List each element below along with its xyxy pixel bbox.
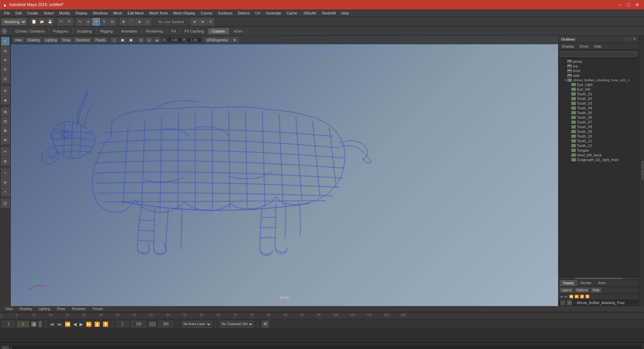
menu-mesh[interactable]: Mesh [110, 10, 125, 16]
coord-x-field[interactable]: 0.00 [167, 37, 182, 43]
minimize-button[interactable]: − [617, 1, 624, 8]
outliner-item-tooth01[interactable]: ⬡ Tooth_01 [558, 92, 639, 96]
transport-play-fwd[interactable]: ▶ [79, 321, 83, 327]
snap-point-button[interactable]: ◈ [136, 18, 143, 26]
maximize-button[interactable]: □ [625, 1, 632, 8]
vp-wireframe-btn[interactable]: ⊡ [138, 38, 144, 43]
select-tool-left[interactable]: ↖ [1, 37, 10, 46]
move-tool-left[interactable]: ✛ [1, 56, 10, 64]
frame-start-field[interactable]: 1 [3, 321, 14, 327]
char-set-select[interactable]: No Character Set [220, 321, 254, 328]
transport-step-fwd[interactable]: ⏫ [94, 321, 100, 327]
outliner-item-tooth07[interactable]: ⬡ Tooth_07 [558, 120, 639, 124]
layer-next-btn[interactable]: ⏩ [575, 295, 579, 298]
snap-curve-button[interactable]: ⌒ [128, 18, 135, 26]
outliner-item-tooth12[interactable]: ⬡ Tooth_12 [558, 143, 639, 148]
outliner-item-root[interactable]: ▼ ⬡ African_Buffalo_Attacking_Pose_ncl1_… [558, 78, 639, 82]
menu-deform[interactable]: Deform [235, 10, 253, 16]
select-tool[interactable]: ↖ [76, 18, 84, 26]
outliner-show-menu[interactable]: Show [577, 44, 591, 49]
outliner-item-persp[interactable]: 📷 persp [558, 59, 639, 64]
vp-show-menu[interactable]: Show [60, 38, 72, 43]
outliner-item-eye-left[interactable]: ⬡ Eye_left [558, 87, 639, 92]
outliner-maximize-btn[interactable]: □ [629, 37, 632, 41]
relax-tool[interactable]: ≈ [1, 187, 10, 196]
outliner-display-menu[interactable]: Display [559, 44, 577, 49]
lasso-tool-left[interactable]: ⊙ [1, 86, 10, 95]
smooth-tool[interactable]: ≋ [1, 178, 10, 187]
menu-edit-mesh[interactable]: Edit Mesh [125, 10, 147, 16]
vp-mode-verts[interactable]: ⬡ [111, 38, 118, 43]
move-tool[interactable]: ✛ [93, 18, 100, 26]
tab-polygons[interactable]: Polygons [49, 28, 72, 34]
anim-layer-select[interactable]: No Anim Layer [182, 321, 212, 328]
vp-mode-edges[interactable]: ⬣ [119, 38, 126, 43]
menu-mesh-tools[interactable]: Mesh Tools [147, 10, 170, 16]
vp-panels-menu[interactable]: Panels [93, 38, 108, 43]
otab-render[interactable]: Render [578, 280, 595, 286]
bridge-tool[interactable]: ⊠ [1, 126, 10, 135]
outliner-options-btn[interactable]: Options [575, 288, 589, 293]
menu-generate[interactable]: Generate [263, 10, 284, 16]
menu-create[interactable]: Create [24, 10, 41, 16]
tab-fx[interactable]: FX [167, 28, 180, 34]
save-scene-button[interactable]: 💾 [46, 18, 54, 26]
extrude-tool[interactable]: ⊞ [1, 107, 10, 116]
outliner-item-tooth02[interactable]: ⬡ Tooth_02 [558, 96, 639, 101]
vp-view-tab[interactable]: View [2, 307, 16, 311]
snap-grid-button[interactable]: ⊞ [120, 18, 127, 26]
outliner-item-tooth11[interactable]: ⬡ Tooth_11 [558, 139, 639, 143]
menu-redshift[interactable]: Redshift [320, 10, 338, 16]
bevel-tool[interactable]: ⊟ [1, 117, 10, 126]
tab-custom[interactable]: Custom [208, 28, 229, 34]
tab-animation[interactable]: Animation [117, 28, 142, 34]
outliner-close-btn[interactable]: ✕ [633, 37, 636, 41]
vp-colorspace-select[interactable]: sRGB gamma [205, 38, 230, 43]
paint-tool-left[interactable]: ◈ [1, 96, 10, 104]
layer-playback-btn[interactable]: P [567, 300, 572, 305]
outliner-help-menu[interactable]: Help [591, 44, 604, 49]
show-manipulator[interactable]: ⊡ [1, 199, 10, 208]
transport-step-back[interactable]: ⏭ [57, 321, 62, 327]
vp-texture-btn[interactable]: ◈ [154, 38, 160, 43]
mode-select[interactable]: Modeling [1, 18, 26, 25]
sculpt-tool[interactable]: ⌁ [1, 168, 10, 177]
layer-prev3-btn[interactable]: ⏪ [569, 295, 573, 298]
otab-anim[interactable]: Anim [595, 280, 609, 286]
tab-curves-surfaces[interactable]: Curves / Surfaces [11, 28, 49, 34]
render-current-button[interactable]: ⊙ [207, 18, 214, 26]
tab-sculpting[interactable]: Sculpting [73, 28, 96, 34]
vp-shading-tab[interactable]: Shading [16, 307, 35, 311]
menu-windows[interactable]: Windows [90, 10, 111, 16]
menu-uv[interactable]: UV [253, 10, 263, 16]
rotate-tool[interactable]: ↻ [101, 18, 108, 26]
tab-xgen[interactable]: XGen [229, 28, 247, 34]
frame-range-start[interactable] [117, 321, 128, 327]
menu-mesh-display[interactable]: Mesh Display [171, 10, 198, 16]
outliner-item-tooth03[interactable]: ⬡ Tooth_03 [558, 101, 639, 106]
scale-tool-left[interactable]: ⊡ [1, 74, 10, 83]
menu-cache[interactable]: Cache [284, 10, 300, 16]
vp-colorspace-arrow[interactable]: ▼ [231, 38, 238, 43]
outliner-help-layer-btn[interactable]: Help [591, 288, 601, 293]
transport-go-start[interactable]: ⏮ [50, 321, 55, 327]
outliner-item-outgrowth[interactable]: ⬡ Outgrowth_02_right_front [558, 157, 639, 162]
vp-mode-faces[interactable]: ⬟ [127, 38, 135, 43]
cut-tool[interactable]: ✂ [1, 147, 10, 156]
coord-y-field[interactable]: 1.00 [186, 37, 202, 43]
layer-visibility-btn[interactable]: V [560, 300, 565, 305]
outliner-item-side[interactable]: 📷 side [558, 73, 639, 78]
layer-next2-btn[interactable]: ⏫ [580, 295, 584, 298]
vp-lighting-tab[interactable]: Lighting [35, 307, 53, 311]
redo-button[interactable]: ↷ [65, 18, 73, 26]
snap-surface-button[interactable]: ◇ [144, 18, 151, 26]
rotate-tool-left[interactable]: ↻ [1, 65, 10, 74]
frame-indicator[interactable] [39, 321, 42, 327]
open-scene-button[interactable]: 📂 [38, 18, 46, 26]
merge-tool[interactable]: ⊕ [1, 136, 10, 144]
menu-modify[interactable]: Modify [56, 10, 72, 16]
outliner-tree[interactable]: 📷 persp 📷 top 📷 front 📷 side [558, 58, 639, 277]
outliner-item-tooth05[interactable]: ⬡ Tooth_05 [558, 110, 639, 115]
title-bar-controls[interactable]: − □ ✕ [617, 1, 641, 8]
outliner-item-tongue[interactable]: ⬡ Tongue [558, 148, 639, 153]
